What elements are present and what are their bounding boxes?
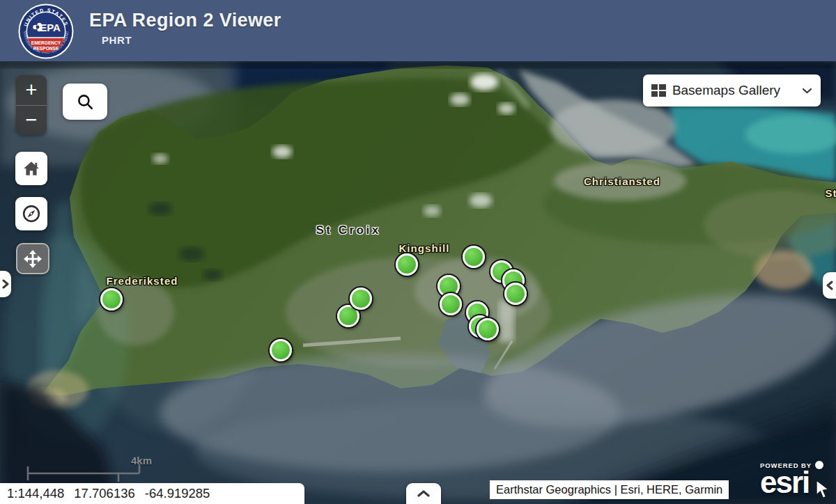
chevron-down-icon — [802, 88, 812, 94]
longitude-value: -64.919285 — [145, 486, 210, 501]
latitude-value: 17.706136 — [74, 486, 134, 501]
basemaps-gallery-label: Basemaps Gallery — [672, 83, 780, 98]
zoom-in-button[interactable]: + — [16, 75, 47, 105]
search-button[interactable] — [63, 84, 107, 120]
map-marker[interactable] — [504, 283, 527, 305]
chevron-right-icon — [2, 279, 9, 289]
seal-emergency-text: EMERGENCY — [31, 40, 61, 45]
app-header: UNITED STATES ENVIRONMENTAL PROTECTION A… — [0, 0, 836, 61]
chevron-up-icon — [417, 490, 430, 497]
map-canvas[interactable] — [0, 61, 836, 504]
esri-i-dot — [815, 461, 823, 469]
map-marker[interactable] — [477, 318, 499, 340]
compass-button[interactable] — [15, 197, 47, 230]
epa-region2-viewer-app: UNITED STATES ENVIRONMENTAL PROTECTION A… — [0, 0, 836, 504]
zoom-out-button[interactable]: − — [16, 105, 47, 136]
pan-button[interactable] — [16, 243, 49, 274]
cursor-arrow-icon — [815, 480, 830, 499]
home-button[interactable] — [15, 152, 47, 185]
home-icon — [22, 159, 40, 178]
map-attribution: Earthstar Geographics | Esri, HERE, Garm… — [490, 480, 729, 499]
move-arrows-icon — [23, 249, 42, 269]
map-marker[interactable] — [440, 293, 462, 315]
page-subtitle: PHRT — [102, 34, 281, 46]
seal-epa-text: EPA — [40, 22, 61, 33]
basemaps-gallery-button[interactable]: Basemaps Gallery — [643, 74, 821, 107]
page-title: EPA Region 2 Viewer — [89, 10, 281, 31]
epa-emergency-response-logo: UNITED STATES ENVIRONMENTAL PROTECTION A… — [18, 3, 74, 59]
map-marker[interactable] — [396, 253, 418, 276]
chevron-left-icon — [826, 281, 833, 290]
zoom-control: + − — [16, 75, 47, 135]
map-marker[interactable] — [350, 288, 372, 310]
basemap-grid-icon — [651, 84, 666, 97]
expand-right-panel-tab[interactable] — [823, 272, 836, 299]
expand-left-panel-tab[interactable] — [0, 271, 11, 297]
map-marker[interactable] — [463, 246, 485, 268]
compass-icon — [22, 204, 41, 223]
seal-response-text: RESPONSE — [33, 46, 59, 51]
coordinates-bar: 1:144,448 17.706136 -64.919285 — [0, 483, 304, 504]
map-scale-ratio: 1:144,448 — [7, 486, 64, 501]
search-icon — [76, 93, 94, 111]
esri-logo: POWERED BY esri — [760, 461, 823, 494]
map-marker[interactable] — [270, 339, 292, 361]
expand-bottom-panel-tab[interactable] — [406, 483, 441, 504]
esri-wordmark: esri — [760, 470, 823, 494]
map-marker[interactable] — [100, 288, 123, 310]
